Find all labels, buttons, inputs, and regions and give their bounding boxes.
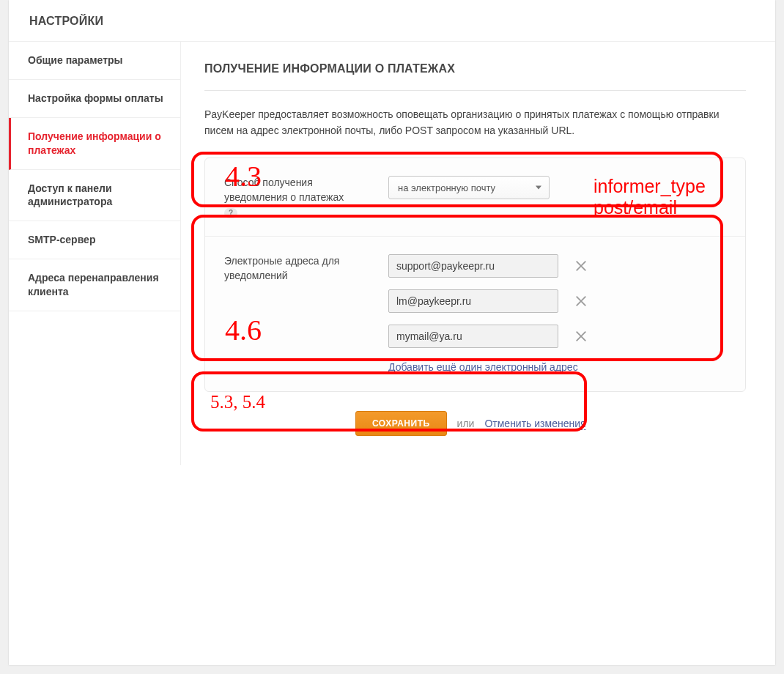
save-button[interactable]: СОХРАНИТЬ <box>355 411 447 436</box>
sidebar-item-smtp[interactable]: SMTP-сервер <box>9 221 180 259</box>
section-title: ПОЛУЧЕНИЕ ИНФОРМАЦИИ О ПЛАТЕЖАХ <box>204 62 746 75</box>
method-select[interactable]: на электронную почту <box>388 176 550 199</box>
close-icon[interactable] <box>572 327 591 346</box>
close-icon[interactable] <box>572 256 591 275</box>
settings-card: Способ получения уведомления о платежах … <box>204 158 746 392</box>
close-icon[interactable] <box>572 292 591 311</box>
help-icon[interactable]: ? <box>224 208 237 218</box>
method-side-note: informer_type post/email <box>589 176 729 218</box>
method-label: Способ получения уведомления о платежах … <box>224 176 378 218</box>
or-word: или <box>457 418 475 429</box>
email-input-1[interactable] <box>388 254 558 278</box>
sidebar-item-payment-info[interactable]: Получение информации о платежах <box>9 118 180 170</box>
page-title-bar: НАСТРОЙКИ <box>9 0 775 42</box>
email-input-2[interactable] <box>388 289 558 313</box>
emails-label: Электроные адреса для уведомлений <box>224 254 378 283</box>
app-title: НАСТРОЙКИ <box>29 15 755 28</box>
section-intro: PayKeeper предоставляет возможность опов… <box>204 107 746 138</box>
sidebar-item-redirect[interactable]: Адреса перенаправления клиента <box>9 259 180 311</box>
email-line <box>388 289 608 313</box>
email-line <box>388 325 608 348</box>
notification-emails-row: Электроные адреса для уведомлений <box>205 236 745 391</box>
email-line <box>388 254 608 278</box>
method-select-value: на электронную почту <box>398 182 495 193</box>
notification-method-row: Способ получения уведомления о платежах … <box>205 158 745 236</box>
sidebar-item-general[interactable]: Общие параметры <box>9 42 180 80</box>
divider <box>204 90 746 91</box>
sidebar-item-admin-access[interactable]: Доступ к панели администратора <box>9 170 180 222</box>
email-input-3[interactable] <box>388 325 558 348</box>
main-content: ПОЛУЧЕНИЕ ИНФОРМАЦИИ О ПЛАТЕЖАХ PayKeepe… <box>181 42 775 465</box>
sidebar-item-payment-form[interactable]: Настройка формы оплаты <box>9 80 180 118</box>
cancel-link[interactable]: Отменить изменения <box>484 418 585 430</box>
annotation-label-5-3-5-4: 5.3, 5.4 <box>210 392 265 412</box>
add-email-link[interactable]: Добавить ещё один электронный адрес <box>388 361 578 374</box>
footer-actions: СОХРАНИТЬ или Отменить изменения <box>204 411 746 436</box>
settings-sidebar: Общие параметры Настройка формы оплаты П… <box>9 42 181 465</box>
